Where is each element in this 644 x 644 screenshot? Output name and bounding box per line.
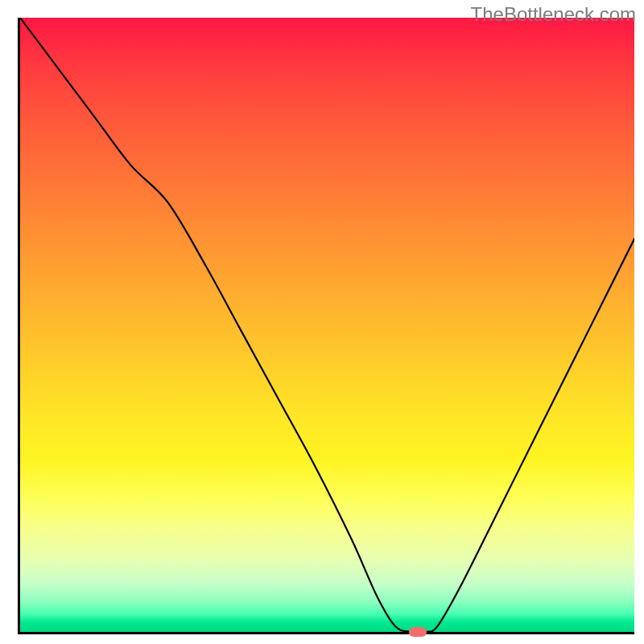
optimum-marker xyxy=(409,627,427,637)
plot-area xyxy=(18,18,634,634)
watermark-text: TheBottleneck.com xyxy=(471,3,636,26)
chart-container: TheBottleneck.com xyxy=(0,0,644,644)
gradient-background xyxy=(20,18,634,632)
